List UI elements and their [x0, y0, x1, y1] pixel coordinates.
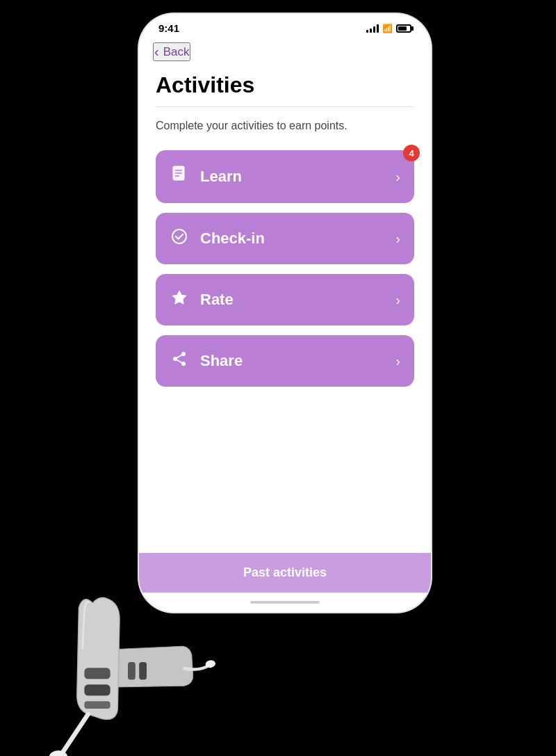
- learn-label: Learn: [200, 168, 395, 186]
- svg-point-7: [181, 352, 186, 356]
- checkin-label: Check-in: [200, 230, 395, 248]
- share-activity-button[interactable]: Share ›: [156, 335, 414, 387]
- svg-rect-13: [84, 684, 110, 695]
- svg-rect-14: [84, 701, 110, 709]
- battery-icon: [396, 24, 411, 33]
- page-title: Activities: [156, 72, 414, 98]
- share-chevron-icon: ›: [395, 353, 400, 369]
- checkin-chevron-icon: ›: [395, 231, 400, 247]
- rate-label: Rate: [200, 291, 395, 309]
- back-chevron-icon: ‹: [154, 44, 159, 60]
- status-bar: 9:41 📶: [139, 14, 431, 37]
- checkin-activity-button[interactable]: Check-in ›: [156, 213, 414, 264]
- home-line: [250, 601, 320, 604]
- checkcircle-icon: [170, 228, 189, 249]
- screen-content: Activities Complete your activities to e…: [139, 70, 431, 553]
- status-icons: 📶: [366, 24, 411, 33]
- phone-frame: 9:41 📶 ‹ Back Activities Complete your a…: [139, 14, 431, 612]
- page-subtitle: Complete your activities to earn points.: [156, 118, 414, 134]
- bottom-bar: Past activities: [139, 553, 431, 593]
- share-label: Share: [200, 352, 395, 370]
- rate-activity-button[interactable]: Rate ›: [156, 274, 414, 325]
- signal-icon: [366, 24, 379, 33]
- svg-point-5: [172, 230, 186, 243]
- divider: [156, 106, 414, 107]
- svg-rect-12: [84, 668, 110, 679]
- back-label: Back: [163, 45, 190, 59]
- star-icon: [170, 289, 189, 310]
- home-indicator: [139, 593, 431, 612]
- status-time: 9:41: [158, 22, 179, 34]
- svg-line-11: [177, 355, 182, 358]
- learn-activity-button[interactable]: 4 Learn ›: [156, 150, 414, 203]
- rate-chevron-icon: ›: [395, 292, 400, 308]
- hearing-aid-1: [42, 575, 153, 714]
- learn-chevron-icon: ›: [395, 169, 400, 185]
- wifi-icon: 📶: [382, 24, 393, 33]
- document-icon: [170, 166, 189, 188]
- learn-badge: 4: [403, 145, 420, 161]
- svg-point-8: [173, 357, 177, 361]
- nav-bar: ‹ Back: [139, 37, 431, 70]
- svg-point-9: [181, 362, 186, 366]
- svg-marker-6: [172, 291, 186, 304]
- back-button[interactable]: ‹ Back: [153, 42, 190, 61]
- past-activities-button[interactable]: Past activities: [243, 565, 327, 580]
- svg-line-10: [177, 360, 182, 363]
- share-icon: [170, 351, 189, 371]
